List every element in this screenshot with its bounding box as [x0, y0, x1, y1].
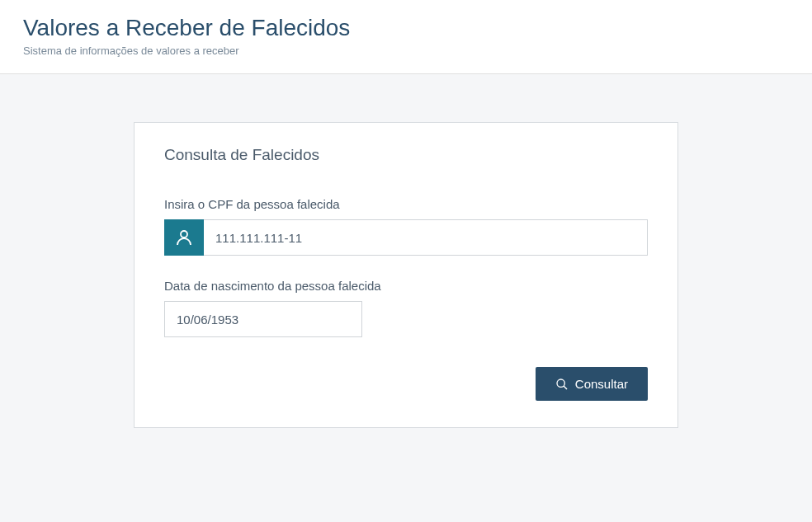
- cpf-input-wrapper: [164, 219, 648, 256]
- page-subtitle: Sistema de informações de valores a rece…: [23, 45, 789, 57]
- card-title: Consulta de Falecidos: [164, 146, 648, 164]
- birthdate-input[interactable]: [164, 301, 362, 337]
- svg-line-2: [564, 386, 567, 389]
- page-header: Valores a Receber de Falecidos Sistema d…: [0, 0, 812, 74]
- cpf-form-group: Insira o CPF da pessoa falecida: [164, 197, 648, 256]
- svg-point-1: [557, 379, 564, 387]
- cpf-input[interactable]: [204, 219, 648, 256]
- birthdate-form-group: Data de nascimento da pessoa falecida: [164, 279, 648, 337]
- page-title: Valores a Receber de Falecidos: [23, 15, 789, 41]
- button-row: Consultar: [164, 367, 648, 401]
- main-content: Consulta de Falecidos Insira o CPF da pe…: [0, 74, 812, 428]
- search-icon: [555, 378, 569, 391]
- svg-point-0: [181, 231, 187, 237]
- consult-button-label: Consultar: [575, 377, 628, 391]
- cpf-label: Insira o CPF da pessoa falecida: [164, 197, 648, 211]
- person-icon: [164, 219, 204, 256]
- consult-button[interactable]: Consultar: [536, 367, 648, 401]
- birthdate-label: Data de nascimento da pessoa falecida: [164, 279, 648, 293]
- query-card: Consulta de Falecidos Insira o CPF da pe…: [134, 122, 678, 428]
